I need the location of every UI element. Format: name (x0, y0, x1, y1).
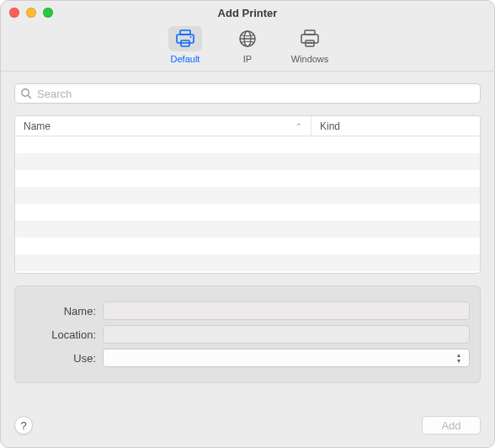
minimize-window-button[interactable] (26, 8, 36, 18)
titlebar: Add Printer (1, 1, 494, 24)
name-label: Name: (15, 305, 103, 317)
globe-icon (231, 26, 264, 51)
tab-default-label: Default (171, 54, 200, 64)
table-row (15, 237, 480, 254)
table-row (15, 170, 480, 187)
table-row (15, 254, 480, 271)
column-header-kind[interactable]: Kind (311, 116, 480, 136)
table-row (15, 204, 480, 221)
use-select[interactable]: ▴▾ (103, 349, 470, 367)
printer-table: Name ⌃ Kind (14, 115, 481, 274)
sort-ascending-icon: ⌃ (295, 122, 302, 131)
location-label: Location: (15, 328, 103, 341)
window-title: Add Printer (1, 7, 494, 19)
tab-ip-label: IP (243, 54, 252, 64)
tab-windows-label: Windows (291, 54, 329, 64)
printer-detail-panel: Name: Location: Use: ▴▾ (14, 285, 481, 383)
svg-line-13 (28, 95, 30, 98)
help-button[interactable]: ? (14, 416, 33, 435)
add-printer-window: Add Printer Default (0, 0, 495, 448)
column-header-name[interactable]: Name ⌃ (15, 116, 311, 136)
footer: ? Add (1, 410, 494, 447)
column-name-label: Name (24, 120, 51, 132)
table-row (15, 187, 480, 204)
use-label: Use: (15, 352, 103, 365)
add-button-label: Add (441, 419, 460, 432)
search-field-wrap[interactable] (14, 83, 481, 104)
windows-printer-icon (293, 26, 327, 51)
toolbar: Default IP (1, 24, 494, 72)
add-button[interactable]: Add (422, 416, 481, 435)
help-icon: ? (20, 419, 26, 432)
location-field[interactable] (103, 325, 470, 344)
column-kind-label: Kind (320, 120, 340, 132)
content-area: Name ⌃ Kind Name: (1, 72, 494, 410)
search-icon (20, 88, 32, 99)
svg-rect-1 (177, 35, 194, 43)
table-row (15, 221, 480, 237)
tab-default[interactable]: Default (162, 26, 209, 64)
row-location: Location: (15, 325, 470, 344)
printer-icon (168, 26, 202, 51)
row-use: Use: ▴▾ (15, 349, 470, 367)
table-row (15, 153, 480, 170)
svg-point-3 (190, 36, 192, 38)
table-header: Name ⌃ Kind (15, 116, 480, 136)
zoom-window-button[interactable] (43, 8, 53, 18)
name-field[interactable] (103, 301, 470, 320)
svg-rect-11 (311, 42, 313, 44)
traffic-lights (9, 8, 53, 18)
search-input[interactable] (35, 87, 475, 101)
svg-rect-8 (301, 35, 318, 43)
svg-rect-10 (307, 42, 310, 44)
table-row (15, 136, 480, 153)
tab-ip[interactable]: IP (224, 26, 271, 64)
table-body[interactable] (15, 136, 480, 273)
row-name: Name: (15, 301, 470, 320)
close-window-button[interactable] (9, 8, 19, 18)
toolbar-group: Default IP (162, 26, 333, 64)
tab-windows[interactable]: Windows (286, 26, 333, 64)
popup-arrows-icon: ▴▾ (454, 351, 464, 365)
